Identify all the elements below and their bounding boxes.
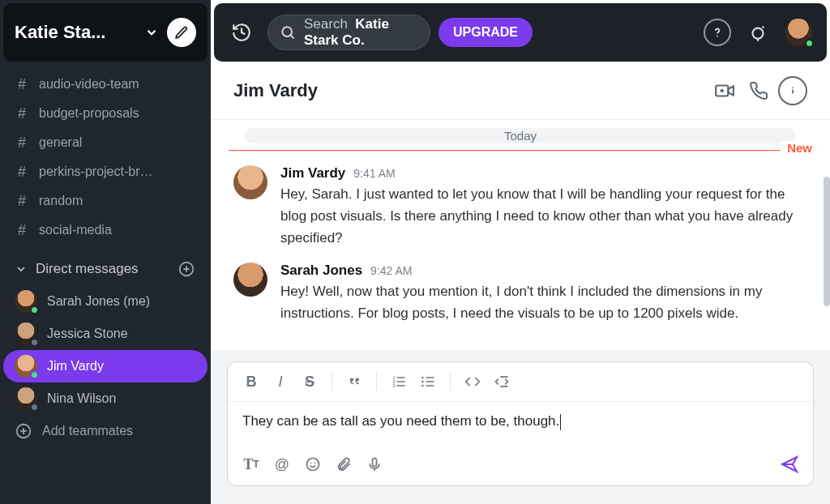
info-button[interactable] xyxy=(778,76,807,105)
mention-button[interactable]: @ xyxy=(270,453,294,476)
audio-call-button[interactable] xyxy=(744,76,773,105)
message-author[interactable]: Sarah Jones xyxy=(280,263,362,279)
channel-label: perkins-project-br… xyxy=(39,164,152,179)
italic-button[interactable]: I xyxy=(268,370,293,393)
svg-point-15 xyxy=(792,87,794,88)
send-button[interactable] xyxy=(777,453,802,476)
hash-icon: # xyxy=(15,135,29,152)
svg-point-9 xyxy=(753,28,764,39)
presence-dot xyxy=(30,305,39,314)
channel-item[interactable]: #general xyxy=(3,128,208,157)
dm-section-title: Direct messages xyxy=(36,261,169,277)
sidebar-scroll[interactable]: #audio-video-team#budget-proposals#gener… xyxy=(0,65,211,504)
dm-section-header[interactable]: Direct messages xyxy=(3,253,208,285)
emoji-button[interactable] xyxy=(301,453,325,476)
svg-point-8 xyxy=(717,36,718,37)
message: Sarah Jones9:42 AMHey! Well, now that yo… xyxy=(211,258,830,332)
dm-label: Jim Vardy xyxy=(47,359,104,374)
video-call-button[interactable] xyxy=(710,76,739,105)
avatar xyxy=(15,290,37,313)
avatar xyxy=(15,322,37,345)
workspace-name: Katie Sta... xyxy=(15,22,136,43)
svg-text:3: 3 xyxy=(393,383,396,388)
conversation-scroll[interactable]: Today New Jim Vardy9:41 AMHey, Sarah. I … xyxy=(211,120,830,350)
user-menu[interactable] xyxy=(785,19,812,46)
app-root: Katie Sta... #audio-video-team#budget-pr… xyxy=(0,0,830,504)
chevron-down-icon xyxy=(144,25,159,40)
message-input-text: They can be as tall as you need them to … xyxy=(242,413,559,429)
code-button[interactable] xyxy=(460,370,485,393)
add-teammates-button[interactable]: Add teammates xyxy=(3,415,208,447)
dm-item[interactable]: Jim Vardy xyxy=(3,350,208,382)
message-text: Hey! Well, now that you mention it, I do… xyxy=(280,280,807,324)
svg-point-25 xyxy=(421,377,424,379)
message-time: 9:41 AM xyxy=(353,167,395,180)
channel-label: general xyxy=(39,135,82,150)
svg-point-31 xyxy=(310,463,312,464)
dm-item[interactable]: Nina Wilson xyxy=(3,382,208,415)
channel-label: audio-video-team xyxy=(39,77,139,92)
message-author[interactable]: Jim Vardy xyxy=(280,165,345,182)
dm-item[interactable]: Sarah Jones (me) xyxy=(3,285,208,318)
message-text: Hey, Sarah. I just wanted to let you kno… xyxy=(280,183,807,250)
format-toolbar: B I S 123 xyxy=(228,362,813,402)
dm-label: Sarah Jones (me) xyxy=(47,294,150,309)
svg-point-26 xyxy=(421,381,424,383)
dm-label: Jessica Stone xyxy=(47,327,128,341)
formatting-toggle-button[interactable]: TT xyxy=(239,453,263,476)
attach-button[interactable] xyxy=(332,453,356,476)
upgrade-button[interactable]: UPGRADE xyxy=(439,18,533,47)
strike-button[interactable]: S xyxy=(297,370,322,393)
compose-button[interactable] xyxy=(167,18,196,47)
whats-new-button[interactable] xyxy=(744,19,772,46)
svg-point-27 xyxy=(421,385,424,387)
message-time: 9:42 AM xyxy=(370,264,412,277)
add-teammates-label: Add teammates xyxy=(42,424,133,438)
search-icon xyxy=(280,24,296,41)
message: Jim Vardy9:41 AMHey, Sarah. I just wante… xyxy=(211,160,830,258)
presence-dot xyxy=(805,39,814,48)
dm-label: Nina Wilson xyxy=(47,391,116,406)
channel-item[interactable]: #perkins-project-br… xyxy=(3,157,208,186)
svg-rect-33 xyxy=(373,459,377,467)
channel-item[interactable]: #random xyxy=(3,186,208,216)
day-divider: Today xyxy=(245,128,796,143)
avatar xyxy=(233,263,267,297)
hash-icon: # xyxy=(15,76,29,93)
history-button[interactable] xyxy=(229,19,255,45)
conversation-header: Jim Vardy xyxy=(211,62,830,120)
voice-button[interactable] xyxy=(362,453,387,476)
avatar xyxy=(15,355,37,378)
code-block-button[interactable] xyxy=(490,370,514,393)
svg-line-7 xyxy=(291,36,294,39)
new-label: New xyxy=(781,141,812,155)
search-text: Search Katie Stark Co. xyxy=(304,16,425,49)
channel-item[interactable]: #social-media xyxy=(3,216,208,245)
ordered-list-button[interactable]: 123 xyxy=(387,370,411,393)
hash-icon: # xyxy=(15,193,29,210)
composer: B I S 123 xyxy=(227,361,814,486)
channel-label: random xyxy=(39,194,83,208)
workspace-switcher[interactable]: Katie Sta... xyxy=(3,3,208,62)
hash-icon: # xyxy=(15,164,29,181)
scrollbar-thumb[interactable] xyxy=(824,177,830,306)
channel-label: social-media xyxy=(39,223,112,237)
channel-item[interactable]: #budget-proposals xyxy=(3,99,208,128)
dm-item[interactable]: Jessica Stone xyxy=(3,318,208,350)
svg-point-30 xyxy=(307,459,319,471)
message-input[interactable]: They can be as tall as you need them to … xyxy=(228,402,813,446)
quote-button[interactable] xyxy=(342,370,366,393)
add-dm-button[interactable] xyxy=(177,259,196,279)
composer-area: B I S 123 xyxy=(211,350,830,504)
sidebar: Katie Sta... #audio-video-team#budget-pr… xyxy=(0,0,211,504)
hash-icon: # xyxy=(15,105,29,122)
help-button[interactable] xyxy=(704,19,731,46)
bold-button[interactable]: B xyxy=(239,370,263,393)
main-pane: Search Katie Stark Co. UPGRADE Jim Vardy xyxy=(211,0,830,504)
search-input[interactable]: Search Katie Stark Co. xyxy=(267,15,430,50)
svg-point-6 xyxy=(282,27,292,36)
channel-item[interactable]: #audio-video-team xyxy=(3,70,208,99)
bullet-list-button[interactable] xyxy=(416,370,440,393)
plus-circle-icon xyxy=(15,422,32,440)
new-messages-divider: New xyxy=(229,150,812,151)
